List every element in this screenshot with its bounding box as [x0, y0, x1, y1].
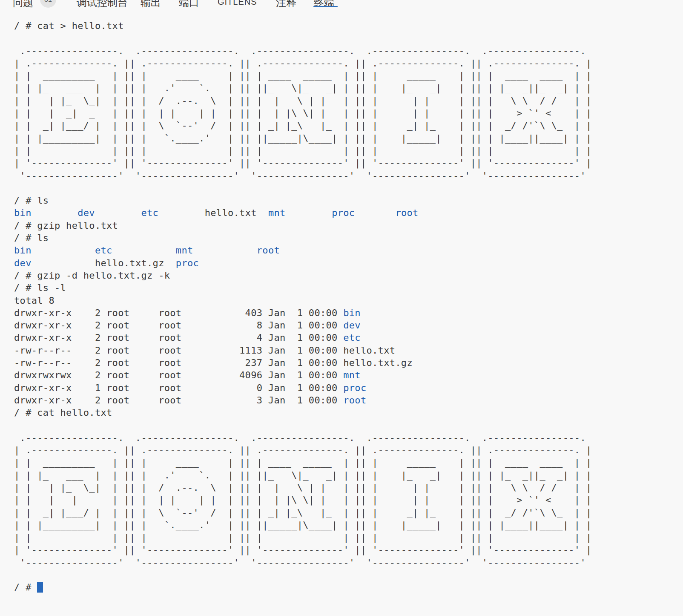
directory-name: root	[257, 245, 280, 256]
active-tab-underline	[313, 6, 338, 7]
directory-name: mnt	[176, 245, 193, 256]
tab-gitlens[interactable]: GITLENS	[218, 0, 257, 7]
directory-name: bin	[343, 308, 361, 318]
tab-comments[interactable]: 注释	[276, 0, 296, 9]
directory-name: proc	[343, 383, 366, 393]
tab-debug-console[interactable]: 调试控制台	[77, 0, 128, 9]
terminal-cursor	[37, 582, 43, 593]
tab-output[interactable]: 输出	[141, 0, 161, 9]
directory-name: dev	[343, 320, 361, 331]
directory-name: bin	[14, 245, 32, 256]
terminal-panel: { "tabs": { "items": [ { "label": "问题", …	[0, 0, 683, 616]
directory-name: dev	[77, 207, 95, 218]
directory-name: proc	[176, 258, 199, 268]
directory-name: mnt	[268, 207, 286, 218]
directory-name: root	[343, 395, 366, 406]
tab-terminal[interactable]: 终端	[314, 0, 334, 9]
directory-name: etc	[343, 332, 361, 343]
directory-name: dev	[14, 258, 32, 268]
directory-name: bin	[14, 207, 32, 218]
directory-name: etc	[141, 207, 158, 218]
problems-count-badge: 31	[40, 0, 56, 8]
tab-ports[interactable]: 端口	[179, 0, 199, 9]
directory-name: proc	[332, 207, 355, 218]
directory-name: root	[395, 207, 418, 218]
directory-name: mnt	[343, 370, 361, 380]
terminal-output[interactable]: / # cat > hello.txt .----------------. .…	[14, 20, 683, 594]
tab-problems[interactable]: 问题	[13, 0, 33, 9]
directory-name: etc	[95, 245, 112, 256]
panel-tab-bar: 问题 31 调试控制台 输出 端口 GITLENS 注释 终端	[0, 0, 683, 11]
